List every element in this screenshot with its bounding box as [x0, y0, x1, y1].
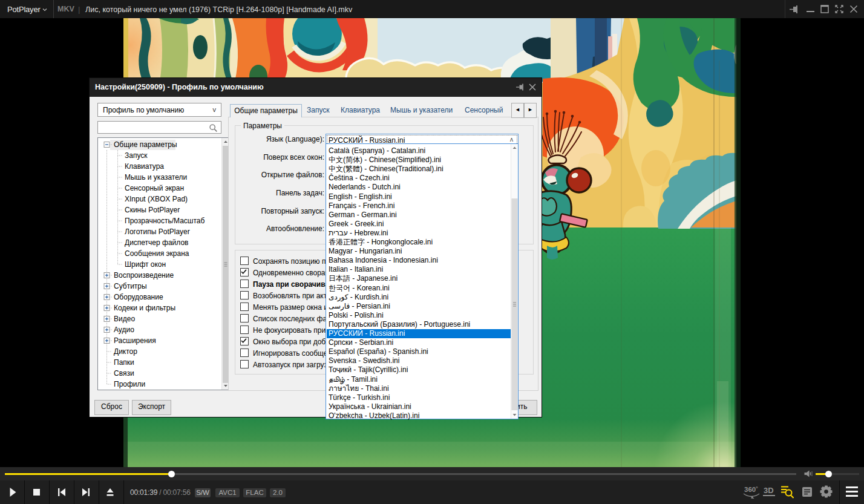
svg-text:Сенсорный экран: Сенсорный экран — [125, 184, 184, 192]
svg-text:Диктор: Диктор — [114, 347, 137, 356]
svg-text:Субтитры: Субтитры — [114, 282, 147, 290]
svg-text:Папки: Папки — [114, 358, 134, 367]
svg-text:Прозрачность/Масштаб: Прозрачность/Масштаб — [125, 217, 205, 225]
svg-text:Кодеки и фильтры: Кодеки и фильтры — [114, 304, 175, 312]
svg-text:Видео: Видео — [114, 315, 135, 323]
svg-text:Связи: Связи — [114, 369, 134, 378]
svg-text:Шрифт окон: Шрифт окон — [125, 260, 166, 269]
svg-text:Воспроизведение: Воспроизведение — [114, 271, 174, 280]
svg-text:Общие параметры: Общие параметры — [114, 140, 177, 149]
svg-text:Аудио: Аудио — [114, 326, 134, 334]
svg-text:Мышь и указатели: Мышь и указатели — [125, 173, 187, 182]
svg-text:Расширения: Расширения — [114, 336, 156, 345]
svg-text:XInput (XBOX Pad): XInput (XBOX Pad) — [125, 195, 188, 203]
svg-text:Скины PotPlayer: Скины PotPlayer — [125, 206, 180, 214]
svg-text:Запуск: Запуск — [125, 151, 148, 160]
svg-text:Профили: Профили — [114, 380, 145, 388]
svg-text:Клавиатура: Клавиатура — [125, 162, 164, 171]
svg-text:Диспетчер файлов: Диспетчер файлов — [125, 238, 188, 247]
svg-text:Сообщения экрана: Сообщения экрана — [125, 249, 189, 258]
svg-text:Логотипы PotPlayer: Логотипы PotPlayer — [125, 227, 190, 236]
svg-text:Оборудование: Оборудование — [114, 293, 163, 301]
